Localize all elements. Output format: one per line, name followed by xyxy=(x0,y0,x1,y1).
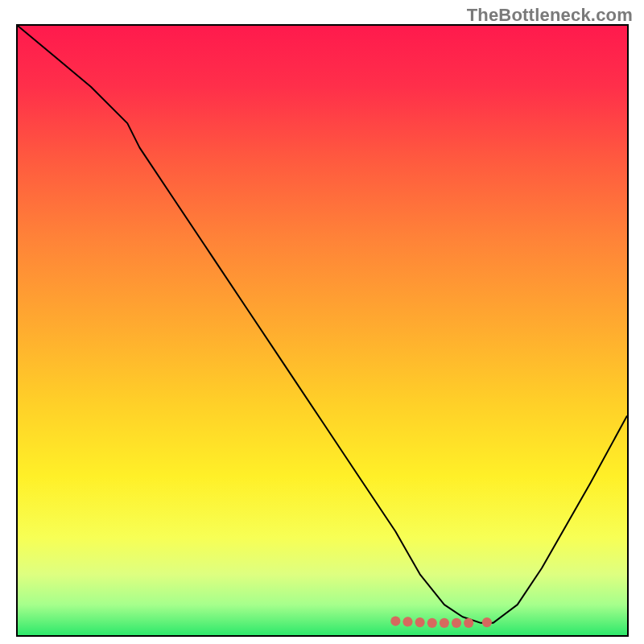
threshold-marker xyxy=(464,618,473,628)
threshold-marker xyxy=(482,617,492,627)
plot-area xyxy=(18,26,627,635)
gradient-background xyxy=(18,26,627,635)
threshold-marker xyxy=(427,618,437,628)
threshold-marker xyxy=(415,617,425,627)
threshold-marker xyxy=(402,617,412,626)
threshold-marker xyxy=(390,617,400,626)
threshold-marker xyxy=(452,618,461,628)
plot-frame xyxy=(16,24,629,637)
chart-svg xyxy=(18,26,627,635)
threshold-marker xyxy=(440,618,449,628)
watermark-text: TheBottleneck.com xyxy=(467,5,633,26)
